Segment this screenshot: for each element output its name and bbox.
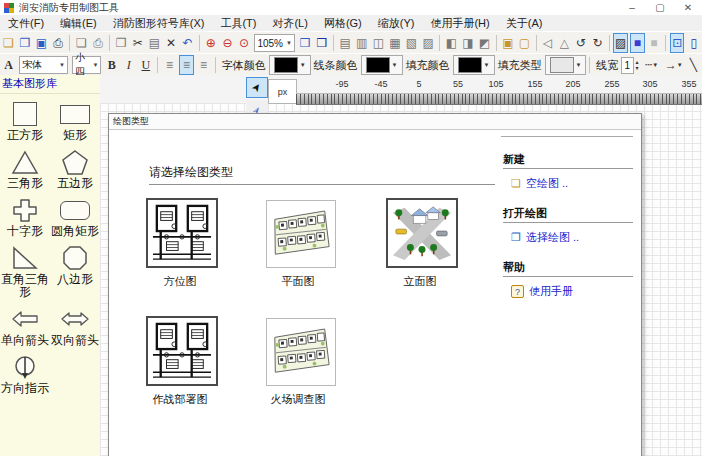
thumbnail-orientation-map[interactable] — [146, 198, 218, 268]
zoom-out-button[interactable]: ⊖ — [220, 33, 235, 53]
shape-item-square[interactable]: 正方形 — [0, 94, 50, 142]
align-top-edges-button[interactable]: ◫ — [371, 33, 386, 53]
distribute-vertical-button[interactable]: ▨ — [421, 33, 436, 53]
shape-label: 方向指示 — [0, 382, 50, 395]
shape-item-pentagon[interactable]: 五边形 — [50, 142, 100, 190]
rotate-right-button[interactable]: ↻ — [590, 33, 605, 53]
select-tool-button[interactable]: ➤ — [246, 77, 268, 98]
shape-item-double-arrow[interactable]: 双向箭头 — [50, 299, 100, 347]
flip-vertical-button[interactable]: △ — [557, 33, 572, 53]
shape-item-direction-indicator[interactable]: 方向指示 — [0, 347, 50, 395]
menu-file[interactable]: 文件(F) — [0, 15, 52, 31]
fill-color-picker[interactable]: ▼ — [453, 55, 495, 75]
line-style-dropdown[interactable]: ┄▼ — [642, 55, 662, 75]
underline-button[interactable]: U — [138, 55, 153, 75]
maximize-button[interactable]: ▢ — [646, 0, 674, 15]
toolbar-separator — [199, 35, 200, 51]
zoom-out-icon: ⊖ — [222, 36, 232, 50]
italic-button[interactable]: I — [121, 55, 136, 75]
new-drawing-button[interactable]: ❏ — [1, 33, 16, 53]
undo-button[interactable]: ↶ — [180, 33, 195, 53]
print-button[interactable]: ⎙ — [51, 33, 66, 53]
rotate-left-button[interactable]: ↺ — [574, 33, 589, 53]
draw-line-button[interactable]: ╲ — [686, 55, 701, 75]
bold-button[interactable]: B — [104, 55, 119, 75]
align-bottom-edges-button[interactable]: ▦ — [388, 33, 403, 53]
pan-button[interactable]: ▯ — [686, 33, 701, 53]
text-align-right-button[interactable]: ≡ — [196, 55, 211, 75]
fill-display-button[interactable]: ■ — [630, 33, 645, 53]
zoom-reset-icon: ⊙ — [239, 36, 249, 50]
line-color-swatch — [366, 57, 390, 73]
menu-zoom[interactable]: 缩放(Y) — [370, 15, 423, 31]
flip-horizontal-button[interactable]: ◁ — [540, 33, 555, 53]
thumbnail-fire-scene-map[interactable] — [266, 318, 336, 386]
zoom-level-combobox[interactable]: 105% ▼ — [254, 34, 295, 52]
zoom-in-button[interactable]: ⊕ — [204, 33, 219, 53]
text-align-center-button[interactable]: ≡ — [179, 55, 194, 75]
thumbnail-elevation-map[interactable] — [386, 198, 458, 268]
shape-item-rectangle[interactable]: 矩形 — [50, 94, 100, 142]
unlock-button[interactable]: ▢ — [517, 33, 532, 53]
unlock-icon: ▢ — [519, 36, 530, 50]
align-right-edges-button[interactable]: ▥ — [354, 33, 369, 53]
inactive-display-button[interactable]: ■ — [647, 33, 662, 53]
menu-about[interactable]: 关于(A) — [498, 15, 551, 31]
shape-label: 三角形 — [0, 177, 50, 190]
fill-color-label: 填充颜色 — [406, 58, 450, 73]
shape-item-cross[interactable]: 十字形 — [0, 190, 50, 238]
distribute-horizontal-button[interactable]: ▧ — [404, 33, 419, 53]
menu-tools[interactable]: 工具(T) — [212, 15, 264, 31]
copy-button[interactable]: ❐ — [114, 33, 129, 53]
thumbnail-deployment-map[interactable] — [146, 316, 218, 386]
font-family-combobox[interactable]: 宋体 ▼ — [19, 56, 68, 74]
choose-drawing-link[interactable]: ❐ 选择绘图 .. — [511, 230, 579, 245]
align-left-edges-button[interactable]: ▤ — [338, 33, 353, 53]
thumbnail-plan-map[interactable] — [266, 200, 336, 268]
shape-item-right-triangle[interactable]: 直角三角形 — [0, 238, 50, 299]
empty-drawing-link[interactable]: ❏ 空绘图 .. — [511, 176, 568, 191]
skew-right-button[interactable]: ◨ — [461, 33, 476, 53]
menu-align[interactable]: 对齐(L) — [264, 15, 315, 31]
font-color-picker[interactable]: ▼ — [269, 55, 311, 75]
paste-button[interactable]: ▤ — [147, 33, 162, 53]
fill-type-picker[interactable]: ▼ — [545, 55, 587, 75]
close-button[interactable]: ✕ — [674, 0, 702, 15]
lock-button[interactable]: ▣ — [501, 33, 516, 53]
cut-button[interactable]: ✂ — [131, 33, 146, 53]
shape-label: 正方形 — [0, 129, 50, 142]
new-drawing-icon: ❏ — [511, 177, 521, 190]
print-preview-button[interactable]: ❏ — [74, 33, 89, 53]
menu-manual[interactable]: 使用手册(H) — [422, 15, 497, 31]
user-manual-link[interactable]: ? 使用手册 — [511, 284, 573, 299]
line-color-picker[interactable]: ▼ — [361, 55, 403, 75]
shape-item-triangle[interactable]: 三角形 — [0, 142, 50, 190]
grid-toggle-button[interactable]: ▨ — [613, 33, 628, 53]
font-size-combobox[interactable]: 小四 ▼ — [72, 56, 101, 74]
menu-edit[interactable]: 编辑(E) — [52, 15, 105, 31]
delete-button[interactable]: ✕ — [164, 33, 179, 53]
choose-drawing-label: 选择绘图 .. — [526, 230, 579, 245]
shape-item-rounded-rect[interactable]: 圆角矩形 — [50, 190, 100, 238]
shape-item-single-arrow[interactable]: 单向箭头 — [0, 299, 50, 347]
toolbar-separator — [665, 35, 666, 51]
line-width-label: 线宽 — [596, 58, 618, 73]
skew-left-button[interactable]: ◧ — [444, 33, 459, 53]
menu-symbol-library[interactable]: 消防图形符号库(X) — [105, 15, 213, 31]
shear-button[interactable]: ◩ — [477, 33, 492, 53]
text-align-left-button[interactable]: ≡ — [162, 55, 177, 75]
open-drawing-button[interactable]: ❐ — [18, 33, 33, 53]
minimize-button[interactable]: – — [618, 0, 646, 15]
menu-grid[interactable]: 网格(G) — [316, 15, 370, 31]
fit-window-button[interactable]: ⊡ — [670, 33, 685, 53]
send-to-back-button[interactable]: ❒ — [315, 33, 330, 53]
shape-item-octagon[interactable]: 八边形 — [50, 238, 100, 299]
arrow-style-dropdown[interactable]: →▼ — [664, 55, 684, 75]
line-width-input[interactable]: 1 — [621, 57, 633, 74]
print-setup-button[interactable]: ⎙ — [91, 33, 106, 53]
zoom-reset-button[interactable]: ⊙ — [237, 33, 252, 53]
bring-to-front-button[interactable]: ❒ — [298, 33, 313, 53]
menu-bar: 文件(F) 编辑(E) 消防图形符号库(X) 工具(T) 对齐(L) 网格(G)… — [0, 15, 702, 31]
line-width-stepper[interactable]: ▴ ▾ — [636, 59, 639, 71]
save-button[interactable]: ▣ — [34, 33, 49, 53]
